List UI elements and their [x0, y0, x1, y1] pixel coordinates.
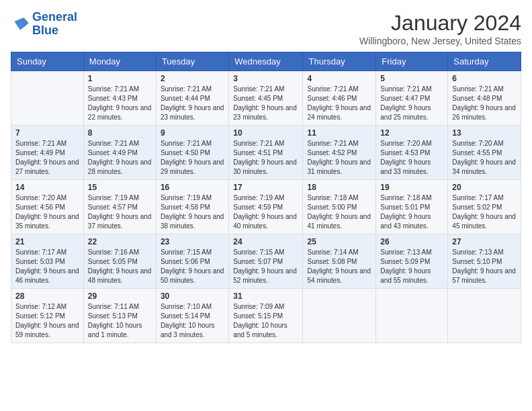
day-number: 30 — [161, 291, 224, 301]
day-info: Sunrise: 7:12 AMSunset: 5:12 PMDaylight:… — [15, 303, 79, 338]
day-number: 14 — [15, 183, 79, 192]
day-cell: 7 Sunrise: 7:21 AMSunset: 4:49 PMDayligh… — [11, 126, 84, 180]
header-day-tuesday: Tuesday — [156, 52, 228, 71]
title-block: January 2024 Willingboro, New Jersey, Un… — [359, 11, 521, 46]
day-number: 19 — [380, 183, 443, 192]
day-cell: 26 Sunrise: 7:13 AMSunset: 5:09 PMDaylig… — [376, 234, 448, 289]
day-number: 4 — [307, 74, 371, 83]
day-number: 20 — [452, 183, 517, 192]
day-info: Sunrise: 7:13 AMSunset: 5:09 PMDaylight:… — [380, 248, 431, 284]
day-number: 22 — [88, 237, 152, 246]
calendar-header: SundayMondayTuesdayWednesdayThursdayFrid… — [11, 52, 521, 71]
day-number: 10 — [233, 128, 298, 138]
week-row-2: 7 Sunrise: 7:21 AMSunset: 4:49 PMDayligh… — [11, 126, 521, 180]
day-cell: 21 Sunrise: 7:17 AMSunset: 5:03 PMDaylig… — [11, 234, 84, 289]
week-row-5: 28 Sunrise: 7:12 AMSunset: 5:12 PMDaylig… — [11, 289, 521, 343]
day-cell: 14 Sunrise: 7:20 AMSunset: 4:56 PMDaylig… — [11, 180, 84, 234]
day-cell: 9 Sunrise: 7:21 AMSunset: 4:50 PMDayligh… — [156, 126, 228, 180]
day-number: 18 — [307, 183, 371, 192]
day-number: 16 — [161, 183, 224, 192]
day-cell: 2 Sunrise: 7:21 AMSunset: 4:44 PMDayligh… — [156, 71, 228, 126]
day-cell: 18 Sunrise: 7:18 AMSunset: 5:00 PMDaylig… — [303, 180, 376, 234]
day-info: Sunrise: 7:20 AMSunset: 4:53 PMDaylight:… — [380, 140, 431, 175]
week-row-4: 21 Sunrise: 7:17 AMSunset: 5:03 PMDaylig… — [11, 234, 521, 289]
day-info: Sunrise: 7:21 AMSunset: 4:52 PMDaylight:… — [307, 140, 371, 175]
day-info: Sunrise: 7:20 AMSunset: 4:56 PMDaylight:… — [15, 194, 79, 230]
day-cell: 13 Sunrise: 7:20 AMSunset: 4:55 PMDaylig… — [448, 126, 521, 180]
day-info: Sunrise: 7:10 AMSunset: 5:14 PMDaylight:… — [161, 303, 215, 338]
day-cell: 28 Sunrise: 7:12 AMSunset: 5:12 PMDaylig… — [11, 289, 84, 343]
day-cell: 20 Sunrise: 7:17 AMSunset: 5:02 PMDaylig… — [448, 180, 521, 234]
day-cell: 22 Sunrise: 7:16 AMSunset: 5:05 PMDaylig… — [83, 234, 156, 289]
header-day-saturday: Saturday — [448, 52, 521, 71]
day-cell: 4 Sunrise: 7:21 AMSunset: 4:46 PMDayligh… — [303, 71, 376, 126]
day-info: Sunrise: 7:17 AMSunset: 5:02 PMDaylight:… — [452, 194, 516, 230]
logo: General Blue — [11, 11, 77, 38]
day-info: Sunrise: 7:21 AMSunset: 4:50 PMDaylight:… — [161, 140, 224, 175]
day-cell: 11 Sunrise: 7:21 AMSunset: 4:52 PMDaylig… — [303, 126, 376, 180]
page-header: General Blue January 2024 Willingboro, N… — [11, 11, 521, 46]
day-info: Sunrise: 7:19 AMSunset: 4:57 PMDaylight:… — [88, 194, 152, 230]
day-info: Sunrise: 7:21 AMSunset: 4:46 PMDaylight:… — [307, 85, 371, 121]
day-cell — [448, 289, 521, 343]
day-info: Sunrise: 7:21 AMSunset: 4:43 PMDaylight:… — [88, 85, 152, 121]
logo-name-part1: General — [32, 10, 77, 24]
day-number: 26 — [380, 237, 443, 246]
day-info: Sunrise: 7:21 AMSunset: 4:49 PMDaylight:… — [15, 140, 79, 175]
day-info: Sunrise: 7:09 AMSunset: 5:15 PMDaylight:… — [233, 303, 287, 338]
header-day-wednesday: Wednesday — [229, 52, 303, 71]
day-cell: 15 Sunrise: 7:19 AMSunset: 4:57 PMDaylig… — [83, 180, 156, 234]
day-info: Sunrise: 7:21 AMSunset: 4:49 PMDaylight:… — [88, 140, 152, 175]
day-info: Sunrise: 7:19 AMSunset: 4:59 PMDaylight:… — [233, 194, 297, 230]
day-number: 27 — [452, 237, 517, 246]
day-number: 11 — [307, 128, 371, 138]
calendar-table: SundayMondayTuesdayWednesdayThursdayFrid… — [11, 52, 521, 343]
day-number: 9 — [161, 128, 224, 138]
day-info: Sunrise: 7:21 AMSunset: 4:44 PMDaylight:… — [161, 85, 224, 121]
day-number: 1 — [88, 74, 152, 83]
logo-icon — [11, 15, 30, 34]
day-info: Sunrise: 7:20 AMSunset: 4:55 PMDaylight:… — [452, 140, 516, 175]
header-day-sunday: Sunday — [11, 52, 84, 71]
logo-text: General Blue — [32, 11, 77, 38]
day-cell: 19 Sunrise: 7:18 AMSunset: 5:01 PMDaylig… — [376, 180, 448, 234]
day-info: Sunrise: 7:18 AMSunset: 5:01 PMDaylight:… — [380, 194, 431, 230]
day-number: 29 — [88, 291, 152, 301]
day-info: Sunrise: 7:14 AMSunset: 5:08 PMDaylight:… — [307, 248, 371, 284]
header-day-friday: Friday — [376, 52, 448, 71]
day-number: 6 — [452, 74, 517, 83]
calendar-body: 1 Sunrise: 7:21 AMSunset: 4:43 PMDayligh… — [11, 71, 521, 343]
day-cell: 31 Sunrise: 7:09 AMSunset: 5:15 PMDaylig… — [229, 289, 303, 343]
day-cell: 17 Sunrise: 7:19 AMSunset: 4:59 PMDaylig… — [229, 180, 303, 234]
day-number: 7 — [15, 128, 79, 138]
day-cell: 30 Sunrise: 7:10 AMSunset: 5:14 PMDaylig… — [156, 289, 228, 343]
day-cell: 12 Sunrise: 7:20 AMSunset: 4:53 PMDaylig… — [376, 126, 448, 180]
day-number: 24 — [233, 237, 298, 246]
day-number: 23 — [161, 237, 224, 246]
day-cell: 3 Sunrise: 7:21 AMSunset: 4:45 PMDayligh… — [229, 71, 303, 126]
day-cell: 1 Sunrise: 7:21 AMSunset: 4:43 PMDayligh… — [83, 71, 156, 126]
day-number: 3 — [233, 74, 298, 83]
day-cell — [303, 289, 376, 343]
day-number: 5 — [380, 74, 443, 83]
day-info: Sunrise: 7:21 AMSunset: 4:45 PMDaylight:… — [233, 85, 297, 121]
day-cell: 27 Sunrise: 7:13 AMSunset: 5:10 PMDaylig… — [448, 234, 521, 289]
location: Willingboro, New Jersey, United States — [359, 36, 521, 46]
day-cell: 8 Sunrise: 7:21 AMSunset: 4:49 PMDayligh… — [83, 126, 156, 180]
day-info: Sunrise: 7:16 AMSunset: 5:05 PMDaylight:… — [88, 248, 152, 284]
day-info: Sunrise: 7:15 AMSunset: 5:06 PMDaylight:… — [161, 248, 224, 284]
week-row-3: 14 Sunrise: 7:20 AMSunset: 4:56 PMDaylig… — [11, 180, 521, 234]
day-info: Sunrise: 7:15 AMSunset: 5:07 PMDaylight:… — [233, 248, 297, 284]
day-number: 25 — [307, 237, 371, 246]
day-info: Sunrise: 7:21 AMSunset: 4:47 PMDaylight:… — [380, 85, 431, 121]
day-cell: 24 Sunrise: 7:15 AMSunset: 5:07 PMDaylig… — [229, 234, 303, 289]
day-number: 28 — [15, 291, 79, 301]
day-number: 13 — [452, 128, 517, 138]
day-number: 2 — [161, 74, 224, 83]
day-cell: 23 Sunrise: 7:15 AMSunset: 5:06 PMDaylig… — [156, 234, 228, 289]
day-cell — [376, 289, 448, 343]
header-day-monday: Monday — [83, 52, 156, 71]
day-cell: 10 Sunrise: 7:21 AMSunset: 4:51 PMDaylig… — [229, 126, 303, 180]
day-cell: 16 Sunrise: 7:19 AMSunset: 4:58 PMDaylig… — [156, 180, 228, 234]
day-cell: 5 Sunrise: 7:21 AMSunset: 4:47 PMDayligh… — [376, 71, 448, 126]
